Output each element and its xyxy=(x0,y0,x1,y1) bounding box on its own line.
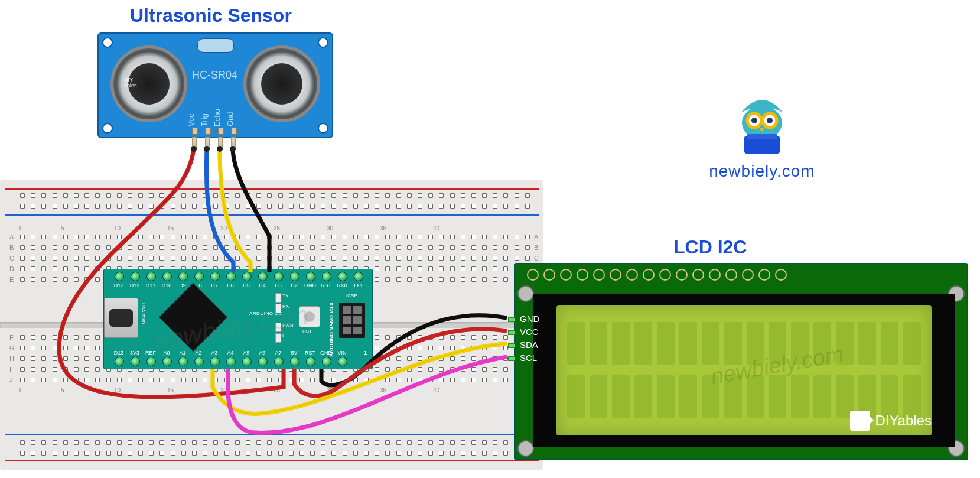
ultrasonic-model-label: HC-SR04 xyxy=(192,69,237,82)
nano-pin-a3-b xyxy=(210,357,220,366)
us-pin-vcc-label: Vcc xyxy=(187,113,196,126)
lcd-pin-vcc xyxy=(508,330,515,335)
lcd-pin-sda xyxy=(508,343,515,348)
nano-pin-3v3-b xyxy=(131,357,140,366)
us-pin-echo xyxy=(218,137,223,150)
lcd-pin-scl xyxy=(508,356,515,361)
lcd-module: newbiely.com DIYables GND VCC SDA SCL xyxy=(514,263,968,460)
nano-pin-ref-b xyxy=(146,357,156,366)
nano-pin-a4-b xyxy=(226,357,236,366)
nano-pin-5v-b xyxy=(290,357,299,366)
logo-text: newbiely.com xyxy=(703,162,821,181)
nano-pin-a6-b xyxy=(258,357,268,366)
us-pin-trig xyxy=(205,137,210,150)
lcd-header-pads xyxy=(527,269,787,281)
svg-point-5 xyxy=(751,118,757,123)
nano-pin-a0-b xyxy=(162,357,172,366)
lcd-brand-logo: DIYables xyxy=(850,411,932,431)
us-pin-gnd-label: Gnd xyxy=(226,112,235,126)
nano-pin-d13-b xyxy=(115,357,124,366)
ultrasonic-title: Ultrasonic Sensor xyxy=(130,5,292,27)
lcd-title: LCD I2C xyxy=(673,236,747,258)
us-pin-echo-label: Echo xyxy=(213,109,222,126)
owl-icon xyxy=(730,95,795,160)
ultrasonic-sensor: DIYables HC-SR04 Vcc Trig Echo Gnd xyxy=(97,32,333,138)
nano-pin-rst-b xyxy=(306,357,315,366)
lcd-pin-gnd xyxy=(508,317,515,322)
svg-rect-8 xyxy=(747,134,777,139)
lcd-bezel: newbiely.com DIYables xyxy=(533,294,955,447)
us-pin-gnd xyxy=(231,137,236,150)
nano-pin-a2-b xyxy=(194,357,204,366)
nano-pin-gnd-b xyxy=(322,357,331,366)
us-pin-trig-label: Trig xyxy=(200,113,209,126)
ultrasonic-transducer-right xyxy=(243,45,320,122)
us-pin-vcc xyxy=(192,137,197,150)
site-logo: newbiely.com xyxy=(703,95,821,181)
nano-pin-a7-b xyxy=(274,357,284,366)
nano-pin-a1-b xyxy=(178,357,188,366)
nano-pin-a5-b xyxy=(242,357,252,366)
ultrasonic-transducer-left: DIYables xyxy=(110,45,187,122)
svg-point-6 xyxy=(767,118,773,123)
nano-pin-vin-b xyxy=(338,357,347,366)
